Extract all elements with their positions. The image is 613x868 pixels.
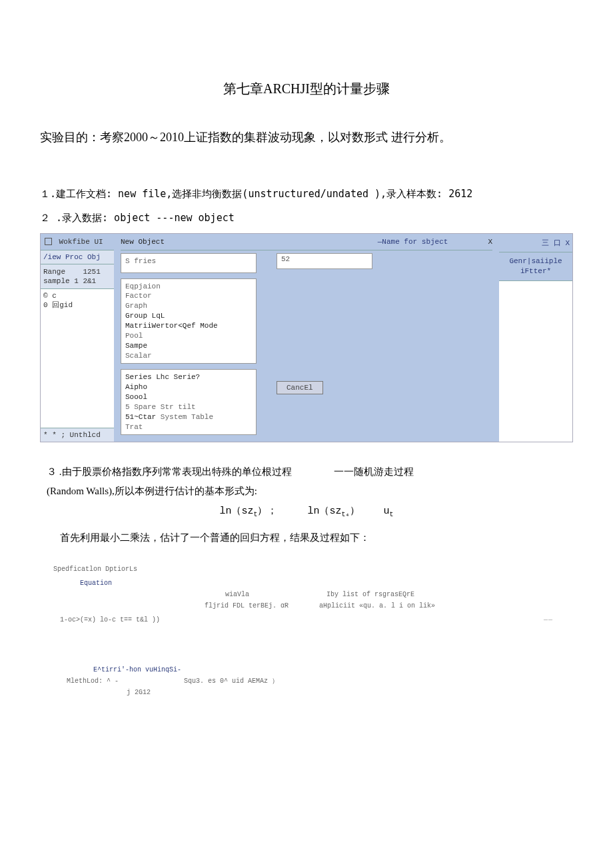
equation-section: Equation bbox=[80, 578, 560, 588]
step-3: ３ .由于股票价格指数序列常常表现出特殊的单位根过程 一一随机游走过程 (Ran… bbox=[47, 462, 566, 500]
window-controls[interactable]: 三 口 X bbox=[499, 234, 572, 252]
equation-expr[interactable]: 1-oc>(=x) lo-c t== t&l )) bbox=[60, 615, 160, 625]
estimation-section: E^tirri'-hon vuHinqSi- bbox=[93, 665, 560, 675]
right-menu[interactable]: Genr|saiiple iFtter* bbox=[499, 252, 572, 282]
new-object-dialog: New Object —Name for sbject X S fries 52… bbox=[114, 234, 499, 442]
equation-spec: Spedficatlon DptiorLs Equation wiaVla Ib… bbox=[40, 564, 573, 697]
dialog-close[interactable]: X bbox=[488, 238, 492, 246]
step-1: １.建工作文档: new file,选择非均衡数据(unstructured/u… bbox=[40, 185, 573, 204]
ols-note: 首先利用最小二乘法，估计了一个普通的回归方程，结果及过程如下： bbox=[60, 532, 566, 544]
object-name-input[interactable]: 52 bbox=[277, 253, 372, 269]
workfile-footer: * * ; Unthlcd bbox=[41, 428, 114, 442]
spec-tabs[interactable]: Spedficatlon DptiorLs bbox=[53, 564, 560, 574]
formula: ln（szt）； ln（szt₄） ut bbox=[40, 504, 573, 518]
name-label: —Name for sbject bbox=[378, 238, 448, 246]
workfile-objects: © c 0 回gid bbox=[41, 289, 114, 428]
type-selected[interactable]: S fries bbox=[121, 253, 257, 273]
step-2: ２ .录入数据: object ---new object bbox=[40, 209, 573, 228]
workfile-range: Range 1251 sample 1 2&1 bbox=[41, 264, 114, 290]
checkbox-icon bbox=[45, 238, 52, 245]
cancel-button[interactable]: CancEl bbox=[277, 381, 323, 394]
right-pane: 三 口 X Genr|saiiple iFtter* bbox=[499, 234, 572, 442]
page-title: 第七章ARCHJI型的计量步骤 bbox=[40, 80, 573, 98]
eviews-window: Wokfibe UI /iew Proc Obj Range 1251 samp… bbox=[40, 233, 573, 443]
workfile-title: Wokfibe UI bbox=[59, 238, 103, 246]
type-list-2[interactable]: Series Lhc Serie? Aipho Soool 5 Spare St… bbox=[121, 369, 257, 435]
workfile-menu[interactable]: /iew Proc Obj bbox=[41, 250, 114, 264]
type-list-1[interactable]: Eqpjaion Factor Graph Group LqL MatriiWe… bbox=[121, 278, 257, 364]
intro-text: 实验目的：考察2000～2010上证指数的集群波动现象，以对数形式 进行分析。 bbox=[40, 125, 573, 151]
workfile-pane: Wokfibe UI /iew Proc Obj Range 1251 samp… bbox=[41, 234, 114, 442]
dialog-title: New Object bbox=[121, 238, 378, 246]
